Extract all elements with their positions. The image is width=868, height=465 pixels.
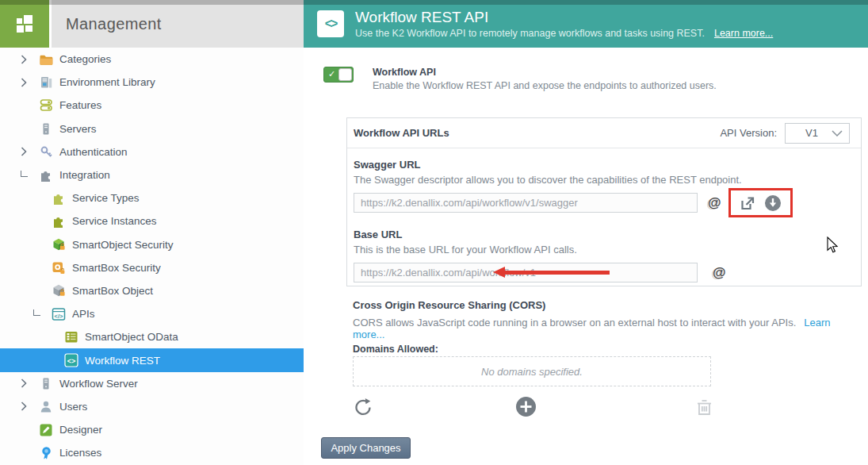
sidebar-item-servers[interactable]: Servers <box>0 117 304 140</box>
sidebar-item-apis[interactable]: </> APIs <box>0 302 304 325</box>
grid-icon <box>13 12 36 36</box>
domains-list[interactable]: No domains specified. <box>353 356 711 386</box>
cors-section: Cross Origin Resource Sharing (CORS) COR… <box>353 299 844 340</box>
toggle-knob <box>338 68 352 81</box>
base-url-description: This is the base URL for your Workflow A… <box>354 244 850 256</box>
sidebar-item-licenses[interactable]: Licenses <box>0 441 304 464</box>
base-url-label: Base URL <box>354 229 850 240</box>
folder-icon <box>38 52 54 67</box>
expand-chevron-icon[interactable] <box>21 55 38 64</box>
puzzle-light-icon <box>51 191 67 206</box>
box-lock-orange-icon <box>51 260 67 275</box>
add-domain-button[interactable] <box>515 396 537 421</box>
download-icon[interactable] <box>764 194 782 212</box>
key-icon <box>38 144 54 159</box>
collapse-corner-icon[interactable] <box>33 312 51 316</box>
copy-url-icon[interactable]: @ <box>713 265 726 281</box>
api-version-value: V1 <box>792 127 832 139</box>
base-url-input[interactable] <box>354 263 698 282</box>
sidebar-title-bar: Management <box>49 0 304 48</box>
sidebar-item-categories[interactable]: Categories <box>0 48 304 71</box>
refresh-icon <box>353 397 373 418</box>
page-title: Workflow REST API <box>355 9 773 26</box>
server-icon <box>38 121 54 136</box>
workflow-api-description: Enable the Workflow REST API and expose … <box>373 80 717 91</box>
sidebar-item-workflow-rest[interactable]: <> Workflow REST <box>0 348 304 371</box>
svg-text:</>: </> <box>55 312 63 319</box>
delete-domain-button[interactable] <box>695 398 713 420</box>
workflow-api-urls-panel: Workflow API URLs API Version: V1 Swagge… <box>346 117 862 286</box>
workflow-api-toggle[interactable]: ✓ <box>323 67 354 83</box>
sidebar-item-smartobject-security[interactable]: SmartObject Security <box>0 233 304 256</box>
sidebar-header: Management <box>0 0 304 48</box>
copy-url-icon[interactable]: @ <box>708 195 721 211</box>
sidebar-item-environment-library[interactable]: Environment Library <box>0 71 304 94</box>
open-external-link-icon[interactable] <box>740 195 755 211</box>
sidebar-item-authentication[interactable]: Authentication <box>0 140 304 163</box>
management-console: Management Categories Environment Librar… <box>0 0 868 465</box>
refresh-button[interactable] <box>353 397 373 421</box>
cube-lock-gray-icon <box>51 283 67 298</box>
sidebar-item-designer[interactable]: Designer <box>0 418 304 441</box>
sidebar-item-users[interactable]: Users <box>0 395 304 418</box>
header-learn-more-link[interactable]: Learn more... <box>714 28 773 39</box>
panel-title: Workflow API URLs <box>354 127 449 139</box>
swagger-url-row: @ <box>354 193 850 213</box>
apply-changes-button[interactable]: Apply Changes <box>321 437 411 459</box>
license-ribbon-icon <box>38 446 54 460</box>
expand-chevron-icon[interactable] <box>21 402 38 411</box>
base-url-row: @ <box>354 263 850 282</box>
sidebar-item-integration[interactable]: Integration <box>0 163 304 186</box>
features-icon <box>38 98 54 113</box>
navigation-tree: Categories Environment Library Features … <box>0 48 304 465</box>
environment-library-icon <box>38 75 54 90</box>
user-icon <box>38 399 54 413</box>
swagger-url-description: The Swagger descriptor allows you to dis… <box>354 174 850 186</box>
panel-header: Workflow API URLs API Version: V1 <box>347 118 861 148</box>
domains-allowed-label: Domains Allowed: <box>353 344 438 355</box>
sidebar-item-service-instances[interactable]: Service Instances <box>0 209 304 232</box>
chevron-down-icon <box>832 130 843 136</box>
puzzle-icon <box>38 168 54 183</box>
trash-icon <box>695 398 713 417</box>
odata-table-icon <box>63 330 79 344</box>
expand-chevron-icon[interactable] <box>21 78 38 87</box>
cors-description: CORS allows JavaScript code running in a… <box>353 317 844 340</box>
sidebar-item-service-types[interactable]: Service Types <box>0 186 304 209</box>
puzzle-olive-icon <box>51 214 67 229</box>
api-window-icon: </> <box>51 307 67 321</box>
check-icon: ✓ <box>328 69 335 79</box>
designer-pencil-icon <box>38 423 54 437</box>
page-subtitle: Use the K2 Workflow API to remotely mana… <box>355 28 773 39</box>
page-header: <> Workflow REST API Use the K2 Workflow… <box>304 0 868 48</box>
sidebar-item-workflow-server[interactable]: Workflow Server <box>0 372 304 395</box>
workflow-api-enable-row: ✓ Workflow API Enable the Workflow REST … <box>323 67 717 91</box>
app-menu-button[interactable] <box>0 0 49 48</box>
api-version-select[interactable]: V1 <box>785 123 850 144</box>
swagger-url-input[interactable] <box>354 193 698 213</box>
swagger-url-label: Swagger URL <box>354 159 850 171</box>
red-highlight-box <box>728 188 793 217</box>
collapse-corner-icon[interactable] <box>21 173 38 177</box>
plus-icon <box>515 396 537 417</box>
sidebar-item-smartobject-odata[interactable]: SmartObject OData <box>0 325 304 348</box>
main-content: <> Workflow REST API Use the K2 Workflow… <box>304 0 868 465</box>
cube-lock-green-icon <box>51 237 67 252</box>
svg-text:<>: <> <box>67 357 76 365</box>
expand-chevron-icon[interactable] <box>21 147 38 156</box>
workflow-api-label: Workflow API <box>373 67 717 78</box>
domains-empty-text: No domains specified. <box>481 366 583 378</box>
sidebar-item-smartbox-security[interactable]: SmartBox Security <box>0 256 304 279</box>
workflow-rest-icon: <> <box>63 353 79 367</box>
workflow-rest-api-icon: <> <box>317 10 344 37</box>
sidebar-item-smartbox-object[interactable]: SmartBox Object <box>0 279 304 302</box>
expand-chevron-icon[interactable] <box>21 379 38 388</box>
sidebar-item-features[interactable]: Features <box>0 94 304 117</box>
cors-title: Cross Origin Resource Sharing (CORS) <box>353 299 844 311</box>
server-icon <box>38 376 54 390</box>
api-version-label: API Version: <box>720 127 777 139</box>
sidebar: Management Categories Environment Librar… <box>0 0 304 465</box>
app-title: Management <box>66 15 162 33</box>
